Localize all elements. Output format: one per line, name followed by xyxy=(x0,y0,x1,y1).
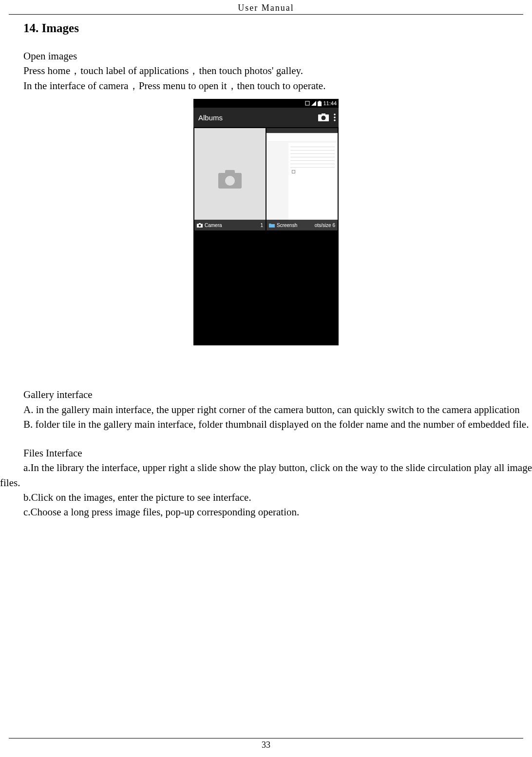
svg-point-7 xyxy=(334,114,336,116)
menu-close xyxy=(290,154,335,157)
camera-placeholder-icon xyxy=(218,170,242,189)
browser-thumbnail xyxy=(266,128,338,230)
files-a: a.In the library the interface, upper ri… xyxy=(0,460,532,490)
folder-icon xyxy=(269,223,275,227)
camera-icon[interactable] xyxy=(318,114,329,121)
menu-desktop xyxy=(290,168,335,175)
menu-bookmarks xyxy=(290,151,335,154)
menu-offline xyxy=(290,157,335,161)
svg-rect-0 xyxy=(305,101,309,105)
svg-point-12 xyxy=(225,176,235,186)
gallery-interface-title: Gallery interface xyxy=(23,387,532,402)
svg-rect-11 xyxy=(225,170,235,174)
camera-small-icon xyxy=(197,223,203,227)
svg-rect-2 xyxy=(319,101,321,102)
album-tile-footer: Camera 1 xyxy=(194,220,266,230)
menu-find xyxy=(290,164,335,168)
svg-rect-3 xyxy=(318,101,322,106)
phone-frame: 11:44 Albums xyxy=(193,99,339,345)
header-rule xyxy=(9,14,523,15)
album-tile-camera[interactable]: Camera 1 xyxy=(194,128,266,230)
svg-point-9 xyxy=(334,120,336,122)
menu-stop xyxy=(290,147,335,151)
album-camera-label: Camera xyxy=(205,223,222,228)
gallery-a: A. in the gallery main interface, the up… xyxy=(0,402,532,417)
files-c: c.Choose a long press image files, pop-u… xyxy=(0,505,532,519)
svg-rect-5 xyxy=(322,114,325,115)
album-screenshots-label: Screensh xyxy=(277,223,297,228)
status-time: 11:44 xyxy=(323,100,337,106)
browser-url xyxy=(267,134,337,141)
embedded-screenshot: 11:44 Albums xyxy=(0,99,532,345)
intro-line-2: Press home，touch label of applications，t… xyxy=(23,63,532,78)
intro-line-1: Open images xyxy=(23,49,532,63)
gallery-b: B. folder tile in the gallery main inter… xyxy=(0,417,532,432)
album-tile-screenshots[interactable]: Screensh ots/size 6 xyxy=(266,128,338,230)
menu-share xyxy=(290,161,335,164)
battery-icon xyxy=(318,101,322,106)
files-interface-title: Files Interface xyxy=(23,446,532,460)
svg-point-15 xyxy=(199,225,201,227)
svg-point-6 xyxy=(322,116,326,120)
album-camera-count: 1 xyxy=(260,223,263,228)
section-title: 14. Images xyxy=(23,21,532,35)
signal-icon xyxy=(311,101,316,106)
svg-marker-1 xyxy=(311,101,316,106)
album-screenshots-count: ots/size 6 xyxy=(315,223,335,228)
intro-line-3: In the interface of camera，Press menu to… xyxy=(23,78,532,93)
app-title: Albums xyxy=(198,114,223,122)
albums-grid: Camera 1 xyxy=(193,127,339,231)
page-number: 33 xyxy=(0,740,532,750)
overflow-icon[interactable] xyxy=(334,114,336,121)
app-bar-actions xyxy=(318,114,336,121)
svg-point-8 xyxy=(334,117,336,119)
sim-icon xyxy=(305,101,310,106)
app-bar: Albums xyxy=(193,108,339,127)
status-bar: 11:44 xyxy=(193,99,339,108)
page-header: User Manual xyxy=(0,0,532,14)
files-b: b.Click on the images, enter the picture… xyxy=(0,490,532,505)
album-tile-footer-2: Screensh ots/size 6 xyxy=(266,220,338,230)
content-body: 14. Images Open images Press home，touch … xyxy=(0,21,532,520)
menu-refresh xyxy=(290,144,335,147)
svg-rect-14 xyxy=(199,223,201,224)
footer-rule xyxy=(9,738,523,738)
browser-menu xyxy=(288,143,337,229)
